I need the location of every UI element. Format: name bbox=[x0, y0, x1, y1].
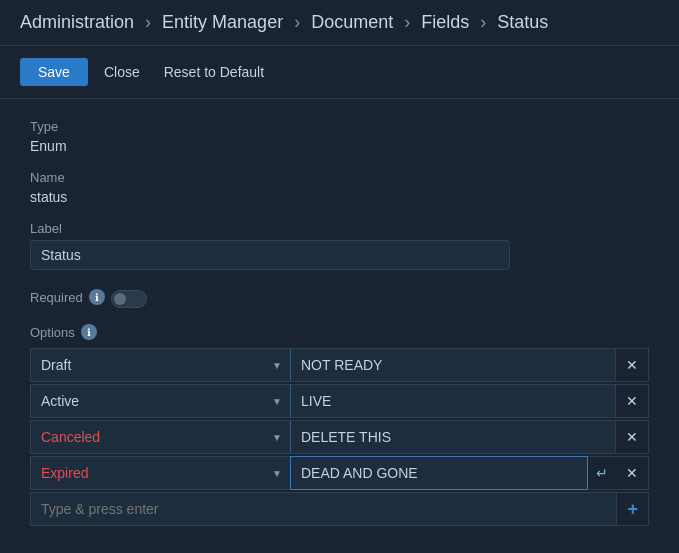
type-field: Type Enum bbox=[30, 119, 649, 154]
breadcrumb: Administration › Entity Manager › Docume… bbox=[0, 0, 679, 46]
type-value: Enum bbox=[30, 138, 649, 154]
option-delete-button[interactable]: ✕ bbox=[616, 348, 649, 382]
options-label: Options bbox=[30, 325, 75, 340]
label-input[interactable] bbox=[30, 240, 510, 270]
add-option-row: + bbox=[30, 492, 649, 526]
breadcrumb-administration[interactable]: Administration bbox=[20, 12, 134, 32]
separator-3: › bbox=[404, 12, 410, 32]
save-button[interactable]: Save bbox=[20, 58, 88, 86]
option-input-dead-and-gone[interactable] bbox=[290, 456, 588, 490]
option-delete-button[interactable]: ✕ bbox=[616, 456, 649, 490]
option-select-expired[interactable]: Expired bbox=[30, 456, 290, 490]
option-row: Active ▼ ✕ bbox=[30, 384, 649, 418]
required-field: Required ℹ bbox=[30, 286, 649, 308]
option-row: Draft ▼ ✕ bbox=[30, 348, 649, 382]
label-label: Label bbox=[30, 221, 649, 236]
separator-1: › bbox=[145, 12, 151, 32]
option-input-live[interactable] bbox=[290, 384, 616, 418]
add-option-button[interactable]: + bbox=[616, 492, 649, 526]
option-input-not-ready[interactable] bbox=[290, 348, 616, 382]
name-field: Name status bbox=[30, 170, 649, 205]
breadcrumb-entity-manager[interactable]: Entity Manager bbox=[162, 12, 283, 32]
close-button[interactable]: Close bbox=[96, 58, 148, 86]
breadcrumb-status: Status bbox=[497, 12, 548, 32]
option-select-canceled[interactable]: Canceled bbox=[30, 420, 290, 454]
reset-button[interactable]: Reset to Default bbox=[156, 58, 272, 86]
option-row: Expired ▼ ↵ ✕ bbox=[30, 456, 649, 490]
toolbar: Save Close Reset to Default bbox=[0, 46, 679, 99]
option-delete-button[interactable]: ✕ bbox=[616, 420, 649, 454]
name-value: status bbox=[30, 189, 649, 205]
form-content: Type Enum Name status Label Required ℹ O… bbox=[0, 99, 679, 546]
breadcrumb-fields[interactable]: Fields bbox=[421, 12, 469, 32]
option-delete-button[interactable]: ✕ bbox=[616, 384, 649, 418]
type-label: Type bbox=[30, 119, 649, 134]
required-label: Required bbox=[30, 290, 83, 305]
options-info-icon[interactable]: ℹ bbox=[81, 324, 97, 340]
option-input-delete-this[interactable] bbox=[290, 420, 616, 454]
option-select-wrapper: Canceled ▼ bbox=[30, 420, 290, 454]
option-select-wrapper: Active ▼ bbox=[30, 384, 290, 418]
option-select-wrapper: Expired ▼ bbox=[30, 456, 290, 490]
separator-4: › bbox=[480, 12, 486, 32]
option-enter-button[interactable]: ↵ bbox=[588, 456, 616, 490]
label-field: Label bbox=[30, 221, 649, 270]
option-select-active[interactable]: Active bbox=[30, 384, 290, 418]
name-label: Name bbox=[30, 170, 649, 185]
required-info-icon[interactable]: ℹ bbox=[89, 289, 105, 305]
options-header: Options ℹ bbox=[30, 324, 649, 340]
breadcrumb-document[interactable]: Document bbox=[311, 12, 393, 32]
option-select-wrapper: Draft ▼ bbox=[30, 348, 290, 382]
separator-2: › bbox=[294, 12, 300, 32]
required-toggle[interactable] bbox=[111, 290, 147, 308]
add-option-input[interactable] bbox=[30, 492, 616, 526]
option-select-draft[interactable]: Draft bbox=[30, 348, 290, 382]
option-row: Canceled ▼ ✕ bbox=[30, 420, 649, 454]
